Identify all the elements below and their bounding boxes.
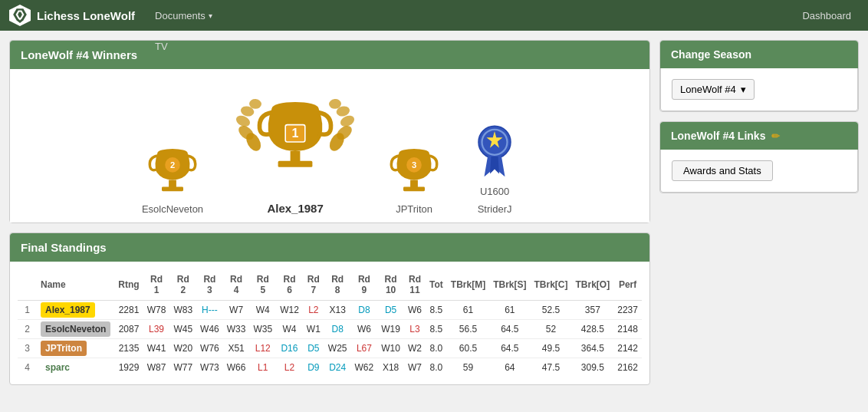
cell-rd2: W77 [169,358,196,377]
change-season-header: Change Season [660,41,858,68]
cell-rd6: L2 [276,358,303,377]
cell-rtng: 2281 [114,301,143,320]
winner-2nd-name: EsolcNeveton [142,203,203,215]
links-title: LoneWolf #4 Links [671,130,765,142]
winner-u1600: U1600 StriderJ [472,122,518,215]
svg-rect-16 [291,151,301,162]
svg-rect-22 [403,187,425,192]
cell-rd8: D24 [324,358,351,377]
winners-header: LoneWolf #4 Winners [10,41,649,69]
cell-rank: 3 [18,339,37,358]
cell-rd10: W19 [377,320,404,339]
cell-name: EsolcNeveton [37,320,114,339]
cell-rd6: D16 [276,339,303,358]
links-body: Awards and Stats [660,150,858,193]
winners-section: LoneWolf #4 Winners [9,40,650,223]
brand-text: Lichess LoneWolf [37,9,135,22]
table-row: 2EsolcNeveton2087L39W45W46W33W35W4W1D8W6… [18,320,642,339]
trophy-2nd-icon: 2 [146,136,199,197]
col-rd3: Rd 3 [196,269,223,301]
cell-rd3: W46 [196,320,223,339]
svg-rect-2 [162,187,183,192]
change-season-title: Change Season [671,48,751,61]
cell-rtng: 1929 [114,358,143,377]
table-row: 1Alex_19872281W78W83H---W7W4W12L2X13D8D5… [18,301,642,320]
winner-u1600-name: StriderJ [478,203,512,215]
cell-rd1: W41 [143,339,170,358]
cell-rd6: W4 [276,320,303,339]
svg-rect-17 [278,161,313,167]
cell-tot: 8.0 [426,358,447,377]
winner-1st-name: Alex_1987 [267,202,323,215]
cell-tot: 8.5 [426,320,447,339]
cell-rd10: W10 [377,339,404,358]
cell-tbrk_o: 428.5 [572,320,614,339]
lichess-logo-icon [9,5,31,26]
nav-item-documents[interactable]: Documents▾ [147,0,225,31]
cell-rd9: D8 [351,301,378,320]
trophy-1st-icon: 1 [234,88,357,196]
dashboard-link[interactable]: Dashboard [794,0,859,31]
awards-and-stats-button[interactable]: Awards and Stats [672,160,773,181]
cell-rd3: H--- [196,301,223,320]
svg-text:2: 2 [170,160,175,170]
cell-rd5: L1 [249,358,276,377]
cell-rd9: W6 [351,320,378,339]
col-tbrk-c: TBrk[C] [531,269,572,301]
change-season-box: Change Season LoneWolf #4 ▾ [659,40,859,112]
svg-rect-21 [410,180,418,189]
winner-1st: 1 Alex_1987 [234,88,357,215]
brand-link[interactable]: Lichess LoneWolf [9,5,135,26]
table-row: 3JPTriton2135W41W20W76X51L12D16D5W25L67W… [18,339,642,358]
col-rd4: Rd 4 [223,269,250,301]
cell-rd2: W83 [169,301,196,320]
cell-rd1: L39 [143,320,170,339]
cell-rd1: W87 [143,358,170,377]
cell-tbrk_c: 52.5 [531,301,572,320]
col-tbrk-o: TBrk[O] [572,269,614,301]
col-rd1: Rd 1 [143,269,170,301]
cell-rd10: D5 [377,301,404,320]
svg-text:3: 3 [412,160,416,170]
winner-3rd: 3 JPTriton [387,136,441,215]
cell-tbrk_c: 52 [531,320,572,339]
svg-rect-1 [169,180,176,189]
cell-tot: 8.0 [426,339,447,358]
cell-rd5: W4 [249,301,276,320]
cell-rd1: W78 [143,301,170,320]
cell-tbrk_m: 61 [447,301,489,320]
cell-rd8: W25 [324,339,351,358]
season-dropdown-button[interactable]: LoneWolf #4 ▾ [672,79,755,100]
cell-name: sparc [37,358,114,377]
cell-rd4: W66 [223,358,250,377]
links-header: LoneWolf #4 Links ✏ [660,122,858,150]
winner-u1600-label: U1600 [480,186,509,197]
season-dropdown-label: LoneWolf #4 [680,84,736,95]
cell-rank: 1 [18,301,37,320]
cell-rd11: W2 [404,339,426,358]
winner-2nd: 2 EsolcNeveton [142,136,203,215]
standings-header: Final Standings [10,233,649,262]
col-tot: Tot [426,269,447,301]
main-column: LoneWolf #4 Winners [9,40,650,394]
standings-header-row: Name Rtng Rd 1 Rd 2 Rd 3 Rd 4 Rd 5 Rd 6 … [18,269,642,301]
cell-tbrk_c: 47.5 [531,358,572,377]
cell-rd11: L3 [404,320,426,339]
ribbon-u1600-icon [472,122,518,180]
col-rd6: Rd 6 [276,269,303,301]
cell-tbrk_s: 61 [489,301,530,320]
cell-rd2: W20 [169,339,196,358]
nav-item-tv[interactable]: TV [147,31,225,61]
winners-area: 2 EsolcNeveton [10,69,649,222]
player-name: Alex_1987 [41,302,95,318]
player-name[interactable]: sparc [41,360,74,375]
cell-perf: 2148 [613,320,642,339]
table-row: 4sparc1929W87W77W73W66L1L2D9D24W62X18W78… [18,358,642,377]
cell-rd8: X13 [324,301,351,320]
winners-title: LoneWolf #4 Winners [21,48,137,61]
player-name: JPTriton [41,341,87,356]
page-layout: LoneWolf #4 Winners [0,31,868,404]
cell-rd7: W1 [303,320,324,339]
col-rd11: Rd 11 [404,269,426,301]
standings-tbody: 1Alex_19872281W78W83H---W7W4W12L2X13D8D5… [18,301,642,377]
